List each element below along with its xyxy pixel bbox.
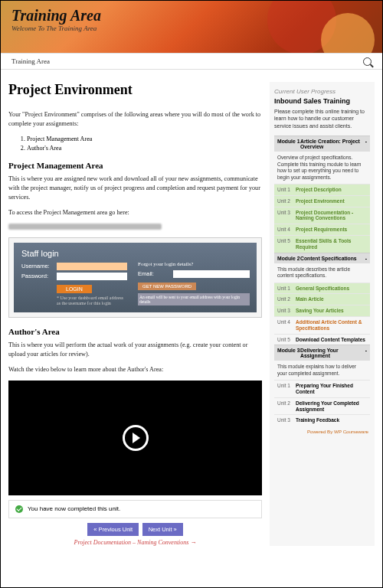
page-title: Project Environment	[8, 82, 262, 98]
login-note: * Use your dashboard email address as th…	[57, 296, 127, 306]
next-link[interactable]: Project Documentation – Naming Conventio…	[8, 539, 262, 546]
list-item: Author's Area	[27, 144, 262, 153]
email-label: Email:	[138, 270, 169, 277]
password-label: Password:	[21, 273, 52, 279]
section-heading-pma: Project Management Area	[8, 161, 262, 170]
unit-row[interactable]: Unit 2Project Environment	[274, 195, 370, 207]
unit-row[interactable]: Unit 5Essential Skills & Tools Required	[274, 235, 370, 253]
breadcrumb[interactable]: Training Area	[11, 57, 50, 65]
unit-row[interactable]: Unit 3Training Feedback	[274, 414, 370, 426]
reset-button[interactable]: GET NEW PASSWORD	[138, 283, 196, 290]
list-item: Project Management Area	[27, 135, 262, 144]
email-input[interactable]	[173, 270, 250, 278]
unit-row[interactable]: Unit 1General Specifications	[274, 283, 370, 294]
module-desc: This module explains how to deliver your…	[274, 361, 370, 380]
progress-label: Current User Progress	[274, 88, 370, 95]
unit-row[interactable]: Unit 2Main Article	[274, 293, 370, 305]
module-desc: Overview of project specifications. Comp…	[274, 152, 370, 184]
login-screenshot: Staff login Username: Password: LOGIN * …	[8, 237, 262, 318]
play-icon[interactable]	[123, 425, 149, 451]
module-desc: This module describes the article conten…	[274, 263, 370, 283]
forgot-link[interactable]: Forgot your login details?	[138, 261, 250, 267]
username-input[interactable]	[57, 263, 127, 270]
unit-row[interactable]: Unit 4Additional Article Content & Speci…	[274, 316, 370, 334]
powered-by: Powered By WP Courseware	[274, 426, 370, 437]
video-player[interactable]	[8, 381, 262, 495]
login-button[interactable]: LOGIN	[57, 285, 92, 293]
module-header[interactable]: Module 1Article Creation: Project Overvi…	[274, 136, 370, 152]
unit-row[interactable]: Unit 2Delivering Your Completed Assignme…	[274, 397, 370, 415]
unit-row[interactable]: Unit 3Saving Your Articles	[274, 305, 370, 316]
sidebar: Current User Progress Inbound Sales Trai…	[270, 82, 375, 546]
site-subtitle: Welcome To The Training Area	[11, 24, 372, 32]
login-title: Staff login	[21, 249, 127, 258]
reset-note: An email will be sent to your email addr…	[138, 293, 250, 305]
next-unit-button[interactable]: Next Unit »	[142, 523, 183, 536]
unit-row[interactable]: Unit 1Preparing Your Finished Content	[274, 380, 370, 397]
course-intro: Please complete this online training to …	[274, 108, 370, 129]
pma-desc: This is where you are assigned new work …	[8, 175, 262, 202]
password-input[interactable]	[57, 273, 127, 280]
completion-banner: You have now completed this unit.	[8, 500, 262, 518]
main-content: Project Environment Your "Project Enviro…	[8, 82, 262, 546]
pma-access: To access the Project Management area go…	[8, 208, 262, 217]
unit-row[interactable]: Unit 1Project Description	[274, 184, 370, 195]
intro-text: Your "Project Environment" comprises of …	[8, 110, 262, 129]
unit-row[interactable]: Unit 4Project Requirements	[274, 224, 370, 235]
area-list: Project Management Area Author's Area	[27, 135, 262, 154]
username-label: Username:	[21, 263, 52, 270]
hero-banner: Training Area Welcome To The Training Ar…	[1, 1, 382, 53]
prev-unit-button[interactable]: « Previous Unit	[87, 523, 139, 536]
course-title: Inbound Sales Training	[274, 97, 370, 105]
module-header[interactable]: Module 3Delivering Your Assignment-	[274, 345, 370, 361]
check-icon	[15, 505, 23, 513]
author-desc: This is where you will perform the actua…	[8, 341, 262, 359]
completion-text: You have now completed this unit.	[28, 505, 120, 512]
section-heading-author: Author's Area	[8, 327, 262, 336]
brand-link[interactable]: WP Courseware	[334, 429, 368, 434]
module-header[interactable]: Module 2Content Specifications-	[274, 253, 370, 263]
redacted-url	[8, 224, 162, 230]
author-watch: Watch the video below to learn more abou…	[8, 365, 262, 374]
search-icon[interactable]	[363, 57, 372, 66]
unit-row[interactable]: Unit 3Project Documentation - Naming Con…	[274, 207, 370, 224]
unit-row[interactable]: Unit 5Download Content Templates	[274, 334, 370, 345]
navbar: Training Area	[1, 53, 382, 70]
site-title: Training Area	[11, 7, 372, 24]
